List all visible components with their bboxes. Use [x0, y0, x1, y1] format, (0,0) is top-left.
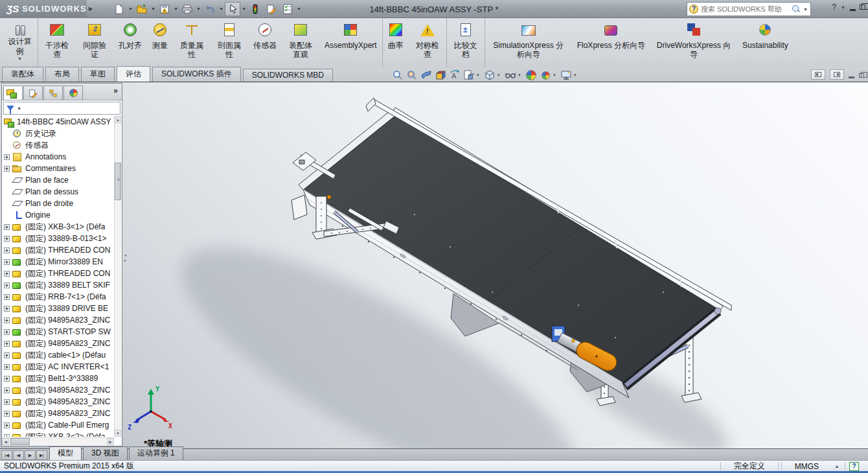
- tree-item[interactable]: Plan de droite: [2, 198, 114, 209]
- scroll-right-icon[interactable]: ▶: [107, 438, 114, 445]
- expand-icon[interactable]: [4, 294, 10, 300]
- tree-item[interactable]: (固定) AC INVERTER<1: [2, 361, 114, 373]
- ribbon-button[interactable]: 装配体直观: [282, 18, 319, 67]
- print-icon[interactable]: [179, 2, 195, 16]
- new-document-icon[interactable]: [111, 2, 127, 16]
- help-icon[interactable]: ?: [832, 3, 836, 12]
- configuration-manager-tab[interactable]: [43, 86, 63, 100]
- tree-item[interactable]: Annotations: [2, 151, 114, 163]
- expand-icon[interactable]: [4, 248, 10, 253]
- section-view-icon[interactable]: [434, 69, 447, 82]
- tree-item[interactable]: Plan de dessus: [2, 186, 114, 198]
- display-style-icon[interactable]: [483, 69, 496, 82]
- expand-icon[interactable]: [4, 422, 10, 428]
- tree-root-item[interactable]: 14ft-BBBC 45inOAW ASSY: [2, 116, 114, 128]
- units-selector[interactable]: MMGS: [783, 462, 830, 471]
- panel-splitter[interactable]: ◂▸: [122, 82, 128, 448]
- ribbon-button[interactable]: 干涉检查: [38, 18, 76, 67]
- options-icon[interactable]: [280, 2, 295, 16]
- save-icon[interactable]: [157, 2, 172, 16]
- graphics-viewport[interactable]: Y X Z: [0, 82, 868, 448]
- ribbon-button[interactable]: 比较文档: [446, 18, 485, 67]
- undo-icon[interactable]: [202, 2, 218, 16]
- print-dropdown-icon[interactable]: ▾: [196, 6, 201, 12]
- file-properties-icon[interactable]: [264, 2, 279, 16]
- expand-icon[interactable]: [4, 306, 10, 312]
- expand-icon[interactable]: [4, 329, 10, 335]
- ribbon-button[interactable]: 对称检查: [409, 18, 446, 67]
- zoom-to-area-icon[interactable]: [405, 69, 418, 82]
- ribbon-button[interactable]: 传感器: [248, 18, 282, 67]
- first-tab-icon[interactable]: |◀: [1, 450, 12, 460]
- design-study-button[interactable]: 设计算例 ▾: [2, 18, 38, 67]
- tree-item[interactable]: (固定) XKB-3<2> (Défa: [2, 431, 114, 437]
- tree-item[interactable]: (固定) 33889-B-013<1>: [2, 233, 114, 244]
- tree-item[interactable]: (固定) 94895A823_ZINC: [2, 408, 114, 419]
- tree-filter[interactable]: ▾: [3, 102, 120, 115]
- save-dropdown-icon[interactable]: ▾: [173, 6, 179, 12]
- scroll-up-icon[interactable]: ▲: [115, 116, 121, 123]
- units-dropdown-icon[interactable]: ▴: [830, 463, 843, 469]
- command-tab[interactable]: 评估: [117, 66, 150, 82]
- zoom-to-fit-icon[interactable]: [391, 69, 404, 82]
- tree-item[interactable]: (固定) RRB-7<1> (Défa: [2, 291, 114, 303]
- tree-item[interactable]: (固定) 33889 BELT SKIF: [2, 279, 114, 291]
- hide-show-dropdown-icon[interactable]: ▾: [518, 73, 523, 78]
- ribbon-button[interactable]: 孔对齐: [113, 18, 147, 67]
- undo-dropdown-icon[interactable]: ▾: [218, 6, 224, 12]
- study-tab[interactable]: 3D 视图: [83, 446, 128, 460]
- expand-icon[interactable]: [4, 271, 10, 277]
- panel-expand-icon[interactable]: »: [113, 86, 118, 95]
- scroll-down-icon[interactable]: ▼: [115, 430, 121, 437]
- splitter-handle-icon[interactable]: ◂▸: [122, 253, 128, 270]
- expand-icon[interactable]: [4, 154, 10, 160]
- study-tab[interactable]: 运动算例 1: [129, 446, 183, 460]
- tree-item[interactable]: (固定) cable<1> (Défau: [2, 349, 114, 361]
- horizontal-scroll-thumb[interactable]: [10, 438, 30, 445]
- expand-icon[interactable]: [4, 341, 10, 347]
- help-dropdown-icon[interactable]: ▾: [840, 5, 846, 10]
- command-tab[interactable]: SOLIDWORKS 插件: [152, 67, 241, 82]
- last-tab-icon[interactable]: ▶|: [36, 450, 47, 460]
- view-orientation-dropdown-icon[interactable]: ▾: [477, 73, 482, 78]
- ribbon-button[interactable]: FloXpress 分析向导: [572, 18, 650, 67]
- select-dropdown-icon[interactable]: ▾: [241, 6, 247, 12]
- design-study-dropdown-icon[interactable]: ▾: [17, 56, 23, 62]
- view-orientation-icon[interactable]: [463, 69, 475, 82]
- view-settings-icon[interactable]: [560, 69, 573, 82]
- tree-item[interactable]: 传感器: [2, 139, 114, 151]
- expand-icon[interactable]: [4, 399, 10, 405]
- tree-item[interactable]: (固定) START-STOP SW: [2, 326, 114, 338]
- command-tab[interactable]: 布局: [45, 67, 79, 82]
- apply-scene-icon[interactable]: [539, 69, 552, 82]
- minimize-icon[interactable]: [850, 3, 856, 11]
- ribbon-button[interactable]: 剖面属性: [211, 18, 248, 67]
- search-dropdown-icon[interactable]: ▾: [803, 6, 808, 12]
- rotate-view-icon[interactable]: A: [448, 69, 461, 82]
- search-icon[interactable]: [792, 5, 800, 13]
- prev-tab-icon[interactable]: ◀: [13, 450, 24, 460]
- document-restore-icon[interactable]: [859, 73, 864, 78]
- tree-item[interactable]: (固定) Mirror33889 EN: [2, 256, 114, 268]
- open-dropdown-icon[interactable]: ▾: [150, 6, 156, 12]
- tree-item[interactable]: (固定) Cable-Pull Emerg: [2, 419, 114, 431]
- menu-expand-icon[interactable]: ▶: [87, 2, 95, 16]
- tree-item[interactable]: (固定) THREADED CON: [2, 244, 114, 256]
- expand-icon[interactable]: [4, 166, 10, 172]
- ribbon-button[interactable]: SimulationXpress 分析向导: [485, 18, 572, 67]
- search-input[interactable]: [701, 5, 790, 13]
- expand-icon[interactable]: [4, 283, 10, 288]
- study-tab[interactable]: 模型: [49, 446, 82, 460]
- command-tab[interactable]: 草图: [81, 67, 115, 82]
- view-settings-dropdown-icon[interactable]: ▾: [574, 73, 579, 78]
- feature-manager-tab[interactable]: [3, 86, 23, 100]
- tree-item[interactable]: Origine: [2, 209, 114, 221]
- new-dropdown-icon[interactable]: ▾: [128, 6, 133, 12]
- scroll-left-icon[interactable]: ◀: [2, 438, 9, 445]
- tree-item[interactable]: (固定) XKB-3<1> (Défa: [2, 221, 114, 233]
- previous-view-icon[interactable]: [420, 69, 433, 82]
- ribbon-button[interactable]: Sustainability: [737, 18, 794, 67]
- filter-dropdown-icon[interactable]: ▾: [16, 106, 22, 111]
- hide-show-items-icon[interactable]: [504, 69, 517, 82]
- ribbon-button[interactable]: 质量属性: [173, 18, 211, 67]
